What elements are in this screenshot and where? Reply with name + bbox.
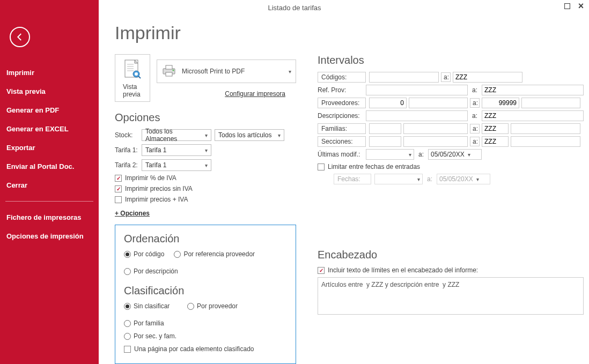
maximize-button[interactable] <box>563 2 571 10</box>
chk-imprimir-iva[interactable] <box>115 175 122 182</box>
radio-dot-icon <box>124 333 131 340</box>
vista-previa-label: Vista previa <box>123 83 142 98</box>
chevron-down-icon: ▾ <box>468 152 470 158</box>
titlebar: Listado de tarifas × <box>0 0 589 15</box>
chevron-down-icon: ▾ <box>278 132 281 138</box>
page-title: Imprimir <box>115 23 573 43</box>
descripciones-from-input[interactable] <box>366 110 468 121</box>
refprov-from-input[interactable] <box>366 85 468 95</box>
nav-vista-previa[interactable]: Vista previa <box>0 82 99 101</box>
descripciones-label: Descripciones: <box>318 112 366 120</box>
familias-to-input[interactable] <box>482 123 509 134</box>
fechas-label[interactable]: Fechas: <box>334 174 371 184</box>
secciones-to-name[interactable] <box>511 136 580 147</box>
secciones-label[interactable]: Secciones: <box>318 136 366 147</box>
stock-select-almacenes[interactable]: Todos los Almacenes▾ <box>142 129 211 141</box>
svg-point-7 <box>135 72 138 76</box>
familias-label[interactable]: Familias: <box>318 123 366 134</box>
sidebar: Imprimir Vista previa Generar en PDF Gen… <box>0 0 99 364</box>
close-button[interactable]: × <box>577 2 585 10</box>
proveedores-to-input[interactable] <box>482 98 519 108</box>
a-label: a: <box>470 124 480 133</box>
printer-name: Microsoft Print to PDF <box>182 68 289 75</box>
ordenacion-clasificacion-box: Ordenación Por código Por referencia pro… <box>115 225 296 364</box>
radio-dot-icon <box>124 320 131 327</box>
nav-exportar[interactable]: Exportar <box>0 138 99 157</box>
chk-limitar-fechas[interactable] <box>318 164 325 170</box>
radio-por-codigo[interactable]: Por código <box>124 250 164 258</box>
codigos-to-input[interactable] <box>453 72 522 83</box>
printer-icon <box>161 64 176 79</box>
tarifa1-label: Tarifa 1: <box>115 146 142 154</box>
tarifa2-select[interactable]: Tarifa 1▾ <box>142 159 211 171</box>
chevron-down-icon: ▾ <box>417 176 420 182</box>
printer-select[interactable]: Microsoft Print to PDF ▾ <box>157 60 296 83</box>
encabezado-textarea[interactable] <box>318 277 584 315</box>
a-label: a: <box>470 137 480 146</box>
intervalos-heading: Intervalos <box>318 54 584 66</box>
chevron-down-icon: ▾ <box>409 152 411 158</box>
radio-dot-icon <box>174 251 181 258</box>
chevron-down-icon: ▾ <box>476 176 479 182</box>
radio-por-familia[interactable]: Por familia <box>124 320 164 327</box>
radio-sin-clasificar[interactable]: Sin clasificar <box>124 302 178 310</box>
nav-generar-excel[interactable]: Generar en EXCEL <box>0 120 99 138</box>
chk-precios-con-iva[interactable] <box>115 196 122 203</box>
radio-por-sec-fam[interactable]: Por sec. y fam. <box>124 332 176 340</box>
proveedores-from-name[interactable] <box>409 98 468 108</box>
document-preview-icon <box>123 59 142 82</box>
proveedores-to-name[interactable] <box>521 98 580 108</box>
tarifa1-select[interactable]: Tarifa 1▾ <box>142 144 211 156</box>
nav-opciones-impresion[interactable]: Opciones de impresión <box>0 227 99 246</box>
chk-limitar-fechas-label: Limitar entre fechas de entradas <box>328 163 420 170</box>
chk-precios-sin-iva-label: Imprimir precios sin IVA <box>125 185 193 192</box>
a-label: a: <box>470 112 480 120</box>
nav-imprimir[interactable]: Imprimir <box>0 63 99 82</box>
codigos-label[interactable]: Códigos: <box>318 72 366 83</box>
a-label: a: <box>441 72 451 82</box>
refprov-to-input[interactable] <box>482 85 584 95</box>
a-label: a: <box>416 151 426 158</box>
chk-incluir-texto-label: Incluir texto de límites en el encabezad… <box>328 266 478 274</box>
familias-from-name[interactable] <box>403 123 468 134</box>
window-title: Listado de tarifas <box>268 4 321 12</box>
chk-una-pagina[interactable] <box>124 346 131 353</box>
encabezado-heading: Encabezado <box>318 249 584 261</box>
radio-por-ref-proveedor[interactable]: Por referencia proveedor <box>174 250 255 258</box>
nav-fichero-impresoras[interactable]: Fichero de impresoras <box>0 208 99 227</box>
secciones-to-input[interactable] <box>482 136 509 147</box>
nav-generar-pdf[interactable]: Generar en PDF <box>0 101 99 120</box>
radio-por-descripcion[interactable]: Por descripción <box>124 268 178 275</box>
nav-enviar-portal[interactable]: Enviar al Portal Doc. <box>0 157 99 176</box>
chk-precios-con-iva-label: Imprimir precios + IVA <box>125 196 188 203</box>
ultimas-from-date[interactable]: ▾ <box>366 149 414 160</box>
secciones-from-input[interactable] <box>369 136 401 147</box>
chk-incluir-texto[interactable] <box>318 267 325 274</box>
secciones-from-name[interactable] <box>403 136 468 147</box>
familias-from-input[interactable] <box>369 123 401 134</box>
chevron-down-icon: ▾ <box>205 147 208 153</box>
svg-rect-10 <box>166 65 172 69</box>
vista-previa-button[interactable]: Vista previa <box>115 54 150 102</box>
chevron-down-icon: ▾ <box>205 132 208 138</box>
back-button[interactable] <box>10 27 30 47</box>
fechas-from-date[interactable]: ▾ <box>374 174 423 184</box>
radio-por-proveedor[interactable]: Por proveedor <box>187 302 246 310</box>
chk-precios-sin-iva[interactable] <box>115 185 122 192</box>
a-label: a: <box>425 175 435 183</box>
ordenacion-heading: Ordenación <box>124 233 287 245</box>
ultimas-to-date[interactable]: 05/05/20XX▾ <box>428 149 482 160</box>
chevron-down-icon: ▾ <box>205 162 208 168</box>
mas-opciones-link[interactable]: + Opciones <box>115 210 150 217</box>
codigos-from-input[interactable] <box>369 72 439 83</box>
proveedores-from-input[interactable] <box>369 98 407 108</box>
nav-cerrar[interactable]: Cerrar <box>0 176 99 195</box>
proveedores-label[interactable]: Proveedores: <box>318 98 366 108</box>
descripciones-to-input[interactable] <box>482 110 584 121</box>
fechas-to-date[interactable]: 05/05/20XX▾ <box>437 174 490 184</box>
configurar-impresora-link[interactable]: Configurar impresora <box>225 90 285 98</box>
familias-to-name[interactable] <box>511 123 580 134</box>
tarifa2-label: Tarifa 2: <box>115 161 142 169</box>
stock-select-articulos[interactable]: Todos los artículos▾ <box>215 129 284 141</box>
a-label: a: <box>470 98 480 108</box>
